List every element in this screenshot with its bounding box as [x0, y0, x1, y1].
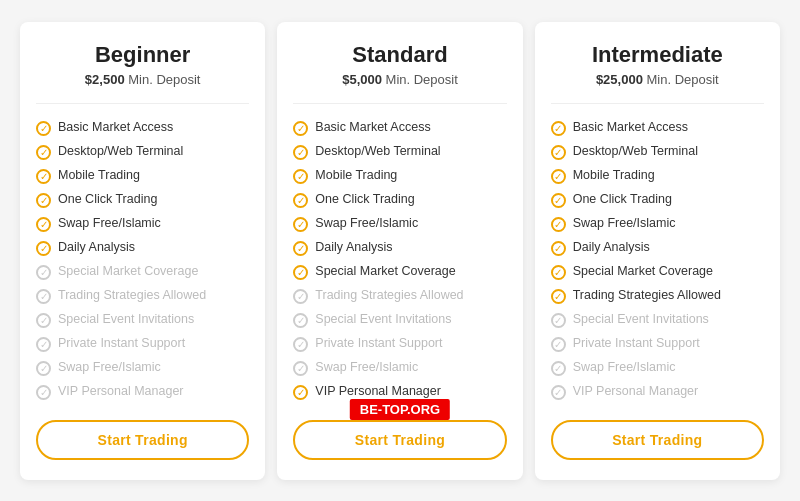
check-inactive-icon: ✓ [293, 361, 308, 376]
feature-text: VIP Personal Manager [573, 384, 699, 398]
list-item: ✓Swap Free/Islamic [36, 356, 249, 380]
check-active-icon: ✓ [36, 169, 51, 184]
list-item: ✓Swap Free/Islamic [551, 356, 764, 380]
feature-text: Desktop/Web Terminal [315, 144, 440, 158]
list-item: ✓Private Instant Support [551, 332, 764, 356]
list-item: ✓Special Event Invitations [551, 308, 764, 332]
list-item: ✓Special Market Coverage [293, 260, 506, 284]
check-active-icon: ✓ [551, 169, 566, 184]
check-active-icon: ✓ [551, 241, 566, 256]
list-item: ✓Mobile Trading [551, 164, 764, 188]
feature-text: Special Market Coverage [573, 264, 713, 278]
list-item: ✓Trading Strategies Allowed [36, 284, 249, 308]
plan-title: Beginner [95, 42, 190, 68]
list-item: ✓Daily Analysis [36, 236, 249, 260]
check-inactive-icon: ✓ [36, 361, 51, 376]
plan-deposit: $5,000 Min. Deposit [342, 72, 458, 87]
feature-text: Swap Free/Islamic [573, 216, 676, 230]
feature-text: Basic Market Access [315, 120, 430, 134]
check-active-icon: ✓ [551, 289, 566, 304]
check-inactive-icon: ✓ [36, 289, 51, 304]
plan-card-intermediate: Intermediate$25,000 Min. Deposit✓Basic M… [535, 22, 780, 480]
check-active-icon: ✓ [551, 121, 566, 136]
check-active-icon: ✓ [36, 193, 51, 208]
check-inactive-icon: ✓ [293, 313, 308, 328]
check-active-icon: ✓ [293, 145, 308, 160]
divider [551, 103, 764, 104]
list-item: ✓Daily Analysis [293, 236, 506, 260]
feature-text: Desktop/Web Terminal [573, 144, 698, 158]
divider [293, 103, 506, 104]
list-item: ✓Special Event Invitations [36, 308, 249, 332]
start-trading-button-beginner[interactable]: Start Trading [36, 420, 249, 460]
list-item: ✓One Click Trading [293, 188, 506, 212]
plan-title: Intermediate [592, 42, 723, 68]
list-item: ✓Mobile Trading [293, 164, 506, 188]
feature-text: Swap Free/Islamic [573, 360, 676, 374]
list-item: ✓Trading Strategies Allowed [293, 284, 506, 308]
features-list: ✓Basic Market Access✓Desktop/Web Termina… [551, 116, 764, 404]
check-active-icon: ✓ [293, 217, 308, 232]
feature-text: One Click Trading [58, 192, 157, 206]
divider [36, 103, 249, 104]
feature-text: Special Event Invitations [58, 312, 194, 326]
list-item: ✓VIP Personal Manager [36, 380, 249, 404]
check-inactive-icon: ✓ [551, 361, 566, 376]
feature-text: Basic Market Access [573, 120, 688, 134]
start-trading-button-intermediate[interactable]: Start Trading [551, 420, 764, 460]
feature-text: Swap Free/Islamic [315, 216, 418, 230]
feature-text: Special Event Invitations [315, 312, 451, 326]
list-item: ✓Desktop/Web Terminal [551, 140, 764, 164]
feature-text: Private Instant Support [315, 336, 442, 350]
list-item: ✓Swap Free/Islamic [551, 212, 764, 236]
list-item: ✓Special Market Coverage [551, 260, 764, 284]
feature-text: One Click Trading [315, 192, 414, 206]
feature-text: Swap Free/Islamic [58, 216, 161, 230]
feature-text: Special Event Invitations [573, 312, 709, 326]
feature-text: Trading Strategies Allowed [58, 288, 206, 302]
list-item: ✓Daily Analysis [551, 236, 764, 260]
check-inactive-icon: ✓ [36, 265, 51, 280]
feature-text: Desktop/Web Terminal [58, 144, 183, 158]
check-active-icon: ✓ [551, 217, 566, 232]
check-inactive-icon: ✓ [293, 337, 308, 352]
check-active-icon: ✓ [36, 217, 51, 232]
check-inactive-icon: ✓ [293, 289, 308, 304]
feature-text: Private Instant Support [58, 336, 185, 350]
check-inactive-icon: ✓ [551, 313, 566, 328]
feature-text: Mobile Trading [573, 168, 655, 182]
feature-text: Mobile Trading [315, 168, 397, 182]
check-active-icon: ✓ [293, 385, 308, 400]
list-item: ✓Swap Free/Islamic [293, 212, 506, 236]
list-item: ✓One Click Trading [36, 188, 249, 212]
check-inactive-icon: ✓ [36, 313, 51, 328]
list-item: ✓Desktop/Web Terminal [293, 140, 506, 164]
list-item: ✓Special Market Coverage [36, 260, 249, 284]
feature-text: VIP Personal Manager [315, 384, 441, 398]
feature-text: VIP Personal Manager [58, 384, 184, 398]
check-active-icon: ✓ [36, 145, 51, 160]
plan-card-standard: Standard$5,000 Min. Deposit✓Basic Market… [277, 22, 522, 480]
list-item: ✓Basic Market Access [293, 116, 506, 140]
feature-text: Daily Analysis [315, 240, 392, 254]
start-trading-button-standard[interactable]: Start Trading [293, 420, 506, 460]
check-inactive-icon: ✓ [36, 337, 51, 352]
pricing-container: Beginner$2,500 Min. Deposit✓Basic Market… [10, 12, 790, 490]
features-list: ✓Basic Market Access✓Desktop/Web Termina… [293, 116, 506, 404]
check-active-icon: ✓ [551, 193, 566, 208]
check-active-icon: ✓ [293, 121, 308, 136]
feature-text: One Click Trading [573, 192, 672, 206]
list-item: ✓Swap Free/Islamic [36, 212, 249, 236]
list-item: ✓Basic Market Access [551, 116, 764, 140]
feature-text: Trading Strategies Allowed [315, 288, 463, 302]
check-active-icon: ✓ [293, 241, 308, 256]
plan-title: Standard [352, 42, 447, 68]
check-active-icon: ✓ [293, 265, 308, 280]
list-item: ✓VIP Personal Manager [551, 380, 764, 404]
feature-text: Private Instant Support [573, 336, 700, 350]
plan-deposit: $25,000 Min. Deposit [596, 72, 719, 87]
feature-text: Trading Strategies Allowed [573, 288, 721, 302]
check-active-icon: ✓ [551, 265, 566, 280]
list-item: ✓One Click Trading [551, 188, 764, 212]
list-item: ✓Trading Strategies Allowed [551, 284, 764, 308]
